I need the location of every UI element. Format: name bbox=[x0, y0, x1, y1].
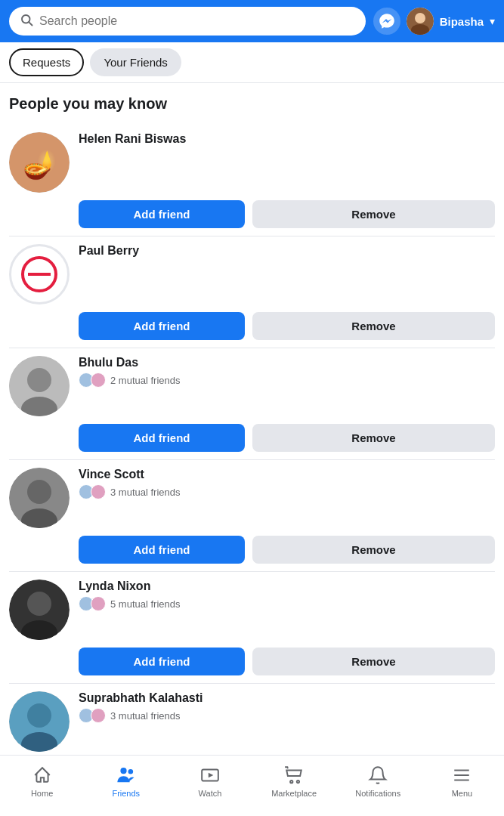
person-top: Lynda Nixon 5 mutual friends bbox=[9, 580, 495, 640]
person-actions: Add friend Remove bbox=[79, 200, 495, 228]
friends-icon bbox=[116, 765, 137, 786]
tabs-bar: Requests Your Friends bbox=[0, 42, 504, 83]
add-friend-button[interactable]: Add friend bbox=[79, 424, 245, 452]
search-input[interactable] bbox=[39, 14, 355, 28]
avatar bbox=[9, 356, 70, 416]
svg-point-10 bbox=[27, 368, 51, 392]
search-bar[interactable] bbox=[9, 7, 366, 36]
nav-label-menu: Menu bbox=[452, 789, 473, 798]
remove-button[interactable]: Remove bbox=[252, 424, 495, 452]
person-info: Helen Rani Biswas bbox=[79, 132, 495, 149]
header: Bipasha ▾ bbox=[0, 0, 504, 42]
people-list: 🪔 Helen Rani Biswas Add friend Remove bbox=[9, 125, 495, 816]
person-info: Lynda Nixon 5 mutual friends bbox=[79, 580, 495, 611]
mutual-friends: 3 mutual friends bbox=[79, 484, 495, 499]
avatar: 🪔 bbox=[9, 132, 70, 193]
section-title: People you may know bbox=[9, 95, 495, 113]
nav-label-marketplace: Marketplace bbox=[271, 789, 317, 798]
svg-point-27 bbox=[120, 768, 126, 774]
person-name: Lynda Nixon bbox=[79, 580, 495, 593]
list-item: Paul Berry Add friend Remove bbox=[9, 236, 495, 348]
avatar[interactable] bbox=[407, 8, 434, 35]
svg-point-16 bbox=[27, 592, 51, 616]
remove-button[interactable]: Remove bbox=[252, 312, 495, 340]
person-name: Vince Scott bbox=[79, 468, 495, 481]
person-name: Paul Berry bbox=[79, 244, 495, 258]
watch-icon bbox=[199, 765, 221, 786]
remove-button[interactable]: Remove bbox=[252, 200, 495, 228]
tab-requests[interactable]: Requests bbox=[9, 48, 84, 76]
person-info: Vince Scott 3 mutual friends bbox=[79, 468, 495, 499]
person-top: Suprabhath Kalahasti 3 mutual friends bbox=[9, 691, 495, 752]
nav-item-watch[interactable]: Watch bbox=[168, 762, 252, 801]
header-right: Bipasha ▾ bbox=[373, 8, 495, 35]
avatar bbox=[9, 244, 70, 304]
person-name: Bhulu Das bbox=[79, 356, 495, 369]
mutual-friends: 2 mutual friends bbox=[79, 372, 495, 388]
person-actions: Add friend Remove bbox=[79, 424, 495, 452]
person-name: Suprabhath Kalahasti bbox=[79, 691, 495, 705]
person-top: Paul Berry bbox=[9, 244, 495, 304]
add-friend-button[interactable]: Add friend bbox=[79, 536, 245, 564]
list-item: Lynda Nixon 5 mutual friends Add friend … bbox=[9, 572, 495, 684]
messenger-button[interactable] bbox=[373, 8, 400, 35]
person-info: Bhulu Das 2 mutual friends bbox=[79, 356, 495, 388]
add-friend-button[interactable]: Add friend bbox=[79, 312, 245, 340]
nav-item-home[interactable]: Home bbox=[0, 762, 84, 801]
menu-icon bbox=[451, 765, 472, 786]
svg-marker-30 bbox=[209, 773, 214, 778]
person-top: Bhulu Das 2 mutual friends bbox=[9, 356, 495, 416]
username-label: Bipasha bbox=[440, 15, 484, 28]
home-icon bbox=[32, 765, 53, 786]
svg-point-19 bbox=[27, 703, 51, 728]
svg-point-13 bbox=[27, 480, 51, 504]
person-top: Vince Scott 3 mutual friends bbox=[9, 468, 495, 528]
person-top: 🪔 Helen Rani Biswas bbox=[9, 132, 495, 193]
add-friend-button[interactable]: Add friend bbox=[79, 200, 245, 228]
nav-label-friends: Friends bbox=[112, 789, 140, 798]
remove-button[interactable]: Remove bbox=[252, 536, 495, 564]
svg-text:🪔: 🪔 bbox=[23, 148, 57, 181]
mutual-friends: 3 mutual friends bbox=[79, 708, 495, 723]
nav-label-notifications: Notifications bbox=[355, 789, 400, 798]
nav-item-friends[interactable]: Friends bbox=[84, 762, 168, 801]
person-actions: Add friend Remove bbox=[79, 648, 495, 675]
person-info: Suprabhath Kalahasti 3 mutual friends bbox=[79, 691, 495, 723]
svg-line-1 bbox=[29, 22, 32, 25]
main-content: People you may know 🪔 Helen Rani Biswas … bbox=[0, 83, 504, 816]
notifications-icon bbox=[367, 765, 388, 786]
nav-item-marketplace[interactable]: Marketplace bbox=[252, 762, 336, 801]
person-actions: Add friend Remove bbox=[79, 536, 495, 564]
avatar bbox=[9, 468, 70, 528]
avatar bbox=[9, 691, 70, 752]
person-actions: Add friend Remove bbox=[79, 312, 495, 340]
nav-label-home: Home bbox=[31, 789, 53, 798]
bottom-nav: Home Friends Watch bbox=[0, 755, 504, 816]
svg-point-31 bbox=[290, 780, 292, 783]
svg-point-3 bbox=[415, 13, 425, 23]
add-friend-button[interactable]: Add friend bbox=[79, 648, 245, 675]
mutual-friends: 5 mutual friends bbox=[79, 596, 495, 611]
list-item: Vince Scott 3 mutual friends Add friend … bbox=[9, 460, 495, 572]
nav-label-watch: Watch bbox=[199, 789, 222, 798]
search-icon bbox=[20, 13, 33, 29]
remove-button[interactable]: Remove bbox=[252, 648, 495, 675]
chevron-down-icon[interactable]: ▾ bbox=[490, 15, 495, 27]
nav-item-menu[interactable]: Menu bbox=[420, 762, 504, 801]
list-item: 🪔 Helen Rani Biswas Add friend Remove bbox=[9, 125, 495, 236]
svg-point-28 bbox=[128, 769, 133, 774]
person-info: Paul Berry bbox=[79, 244, 495, 261]
svg-point-32 bbox=[297, 780, 299, 783]
person-name: Helen Rani Biswas bbox=[79, 132, 495, 146]
list-item: Bhulu Das 2 mutual friends Add friend Re… bbox=[9, 348, 495, 460]
tab-your-friends[interactable]: Your Friends bbox=[90, 48, 181, 76]
avatar bbox=[9, 580, 70, 640]
marketplace-icon bbox=[283, 765, 305, 786]
nav-item-notifications[interactable]: Notifications bbox=[336, 762, 420, 801]
